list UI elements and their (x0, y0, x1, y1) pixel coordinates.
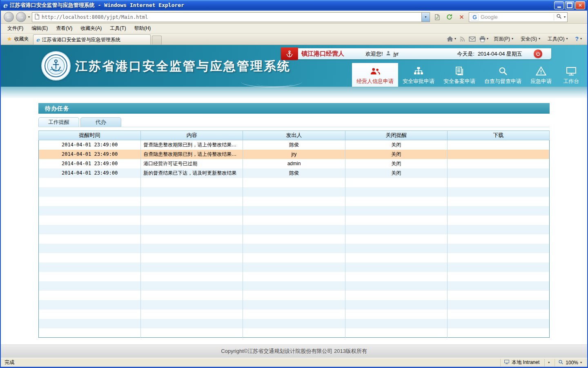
close-action[interactable]: 关闭 (345, 168, 447, 178)
site-header: 江苏省港口安全监管与应急管理系统 镇江港口经营人 欢迎您! jyr (1, 45, 587, 87)
tab-title: 江苏省港口安全监管与应急管理系统 (42, 36, 120, 43)
menu-item[interactable]: 工具(T) (106, 24, 129, 33)
menu-item[interactable]: 帮助(H) (131, 24, 155, 33)
address-field[interactable]: http://localhost:8080/yjpt/Main.html (32, 12, 430, 22)
tab-todo[interactable]: 代办 (80, 117, 121, 127)
empty-cell (141, 310, 243, 319)
empty-cell (243, 197, 345, 206)
empty-cell (345, 178, 447, 187)
download-cell (447, 159, 549, 168)
toolbar-button[interactable]: 页面(P) (492, 34, 515, 44)
empty-cell (345, 244, 447, 253)
role-badge: 镇江港口经营人 (301, 50, 344, 58)
empty-cell (447, 253, 549, 263)
nav-label: 工作台 (564, 78, 579, 85)
nav-item-6[interactable]: 工作台 (556, 63, 586, 87)
close-action[interactable]: 关闭 (345, 140, 447, 150)
close-button[interactable] (575, 1, 585, 9)
main-nav: 经营人信息申请安全审批申请安全备案申请自查与督查申请应急申请工作台 (352, 63, 586, 87)
tab-work-reminder[interactable]: 工作提醒 (38, 117, 79, 127)
toolbar-button[interactable]: 安全(S) (519, 34, 542, 44)
content-cell: 督查隐患整改期限已到，请上传整改结果… (141, 140, 243, 150)
nav-item-2[interactable]: 安全审批申请 (398, 63, 439, 87)
empty-cell (39, 328, 141, 338)
browser-window: e 江苏省港口安全监管与应急管理系统 - Windows Internet Ex… (0, 0, 588, 368)
empty-row (39, 263, 550, 272)
empty-cell (39, 272, 141, 281)
menu-item[interactable]: 收藏夹(A) (77, 24, 105, 33)
menu-item[interactable]: 文件(F) (4, 24, 27, 33)
compatibility-view-button[interactable] (432, 12, 442, 22)
empty-cell (345, 253, 447, 263)
download-cell (447, 150, 549, 159)
favorites-bar: 收藏夹 e 江苏省港口安全监管与应急管理系统 页面(P)安全(S)工具(O) (1, 34, 587, 45)
menu-item[interactable]: 编辑(E) (28, 24, 51, 33)
nav-item-1[interactable]: 经营人信息申请 (352, 63, 398, 87)
nav-label: 安全备案申请 (443, 78, 475, 85)
refresh-button[interactable] (444, 12, 454, 22)
nav-label: 应急申请 (530, 78, 552, 85)
table-row: 2014-04-01 23:49:00港口经营许可证号已过期admin关闭 (39, 159, 550, 168)
nav-item-4[interactable]: 自查与督查申请 (480, 63, 526, 87)
logout-button[interactable] (534, 49, 542, 58)
column-header: 关闭提醒 (345, 131, 447, 140)
print-button[interactable] (479, 36, 488, 42)
page-body: 待办任务 工作提醒代办 提醒时间内容发出人关闭提醒下载 2014-04-01 2… (1, 98, 587, 344)
maximize-button[interactable] (565, 1, 575, 9)
toolbar-button[interactable]: 工具(O) (546, 34, 570, 44)
search-magnifier-icon[interactable] (556, 13, 562, 20)
empty-cell (141, 300, 243, 310)
close-action[interactable]: 关闭 (345, 159, 447, 168)
empty-cell (141, 225, 243, 234)
favorites-button[interactable]: 收藏夹 (3, 34, 33, 44)
zone-options-button[interactable] (544, 359, 553, 366)
page-viewport: 江苏省港口安全监管与应急管理系统 镇江港口经营人 欢迎您! jyr (1, 45, 587, 358)
zoom-control[interactable]: 100% (555, 359, 585, 366)
empty-cell (243, 244, 345, 253)
browser-tab[interactable]: e 江苏省港口安全监管与应急管理系统 (33, 34, 151, 45)
forward-button[interactable] (16, 12, 26, 22)
new-tab-stub[interactable] (152, 36, 162, 45)
nav-item-3[interactable]: 安全备案申请 (439, 63, 480, 87)
panel-title: 待办任务 (38, 103, 550, 114)
minimize-button[interactable] (554, 1, 564, 9)
empty-cell (243, 281, 345, 291)
menu-item[interactable]: 查看(V) (52, 24, 76, 33)
empty-cell (39, 206, 141, 215)
empty-row (39, 281, 550, 291)
close-action[interactable]: 关闭 (345, 150, 447, 159)
status-text: 完成 (3, 359, 499, 366)
page-icon (34, 13, 40, 21)
history-dropdown-icon[interactable] (28, 16, 30, 19)
empty-cell (39, 215, 141, 225)
search-dropdown-icon[interactable] (564, 16, 566, 19)
empty-cell (243, 206, 345, 215)
table-row: 2014-04-01 23:49:00新的督查结果已下达，请及时更新整改结果陈俊… (39, 168, 550, 178)
help-button[interactable] (573, 34, 584, 43)
table-row: 2014-04-01 23:49:00自查隐患整改期限已到，请上传整改结果…jr… (39, 150, 550, 159)
back-button[interactable] (4, 12, 14, 22)
stop-button[interactable]: ✕ (457, 12, 467, 22)
empty-cell (39, 263, 141, 272)
empty-cell (141, 319, 243, 328)
site-footer: Copyright©江苏省交通规划设计院股份有限公司 2013版权所有 (1, 344, 587, 358)
empty-cell (141, 215, 243, 225)
panel-tabs: 工作提醒代办 (38, 117, 550, 127)
empty-cell (243, 291, 345, 300)
empty-row (39, 300, 550, 310)
window-controls (554, 1, 585, 9)
empty-cell (447, 328, 549, 338)
chevron-down-icon (539, 37, 540, 40)
nav-item-5[interactable]: 应急申请 (526, 63, 556, 87)
empty-row (39, 272, 550, 281)
menu-bar: 文件(F)编辑(E)查看(V)收藏夹(A)工具(T)帮助(H) (1, 24, 587, 34)
title-bar[interactable]: e 江苏省港口安全监管与应急管理系统 - Windows Internet Ex… (1, 0, 587, 11)
home-button[interactable] (446, 36, 456, 42)
empty-cell (447, 244, 549, 253)
search-box[interactable]: G Google (469, 12, 568, 22)
read-mail-button[interactable] (469, 36, 476, 42)
header-sub-band (1, 87, 587, 98)
address-dropdown-button[interactable] (421, 13, 430, 22)
feed-button[interactable] (459, 36, 466, 42)
zone-label: 本地 Intranet (512, 359, 539, 366)
